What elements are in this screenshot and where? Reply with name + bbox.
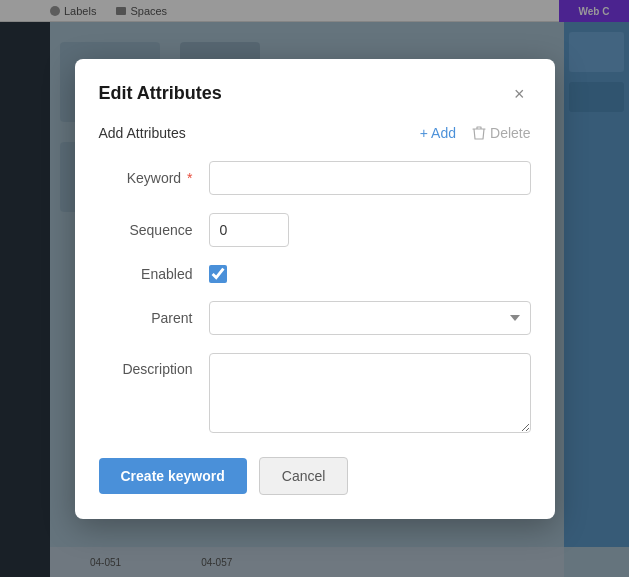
description-row: Description (99, 353, 531, 433)
cancel-button[interactable]: Cancel (259, 457, 349, 495)
modal-title: Edit Attributes (99, 83, 222, 104)
enabled-label: Enabled (99, 266, 209, 282)
keyword-label: Keyword * (99, 170, 209, 186)
create-keyword-button[interactable]: Create keyword (99, 458, 247, 494)
trash-icon (472, 125, 486, 141)
keyword-input[interactable] (209, 161, 531, 195)
sequence-row: Sequence (99, 213, 531, 247)
delete-button[interactable]: Delete (472, 125, 530, 141)
enabled-checkbox[interactable] (209, 265, 227, 283)
parent-label: Parent (99, 310, 209, 326)
enabled-checkbox-wrapper (209, 265, 227, 283)
sequence-input[interactable] (209, 213, 289, 247)
add-attributes-label: Add Attributes (99, 125, 186, 141)
enabled-row: Enabled (99, 265, 531, 283)
add-button[interactable]: + Add (420, 125, 456, 141)
toolbar-actions: + Add Delete (420, 125, 531, 141)
description-input[interactable] (209, 353, 531, 433)
close-button[interactable]: × (508, 83, 531, 105)
keyword-row: Keyword * (99, 161, 531, 195)
modal-overlay: Edit Attributes × Add Attributes + Add D… (0, 0, 629, 577)
parent-select[interactable] (209, 301, 531, 335)
attributes-toolbar: Add Attributes + Add Delete (99, 125, 531, 141)
modal-header: Edit Attributes × (99, 83, 531, 105)
modal-footer: Create keyword Cancel (99, 457, 531, 495)
edit-attributes-modal: Edit Attributes × Add Attributes + Add D… (75, 59, 555, 519)
sequence-label: Sequence (99, 222, 209, 238)
parent-row: Parent (99, 301, 531, 335)
description-label: Description (99, 353, 209, 377)
required-indicator: * (187, 170, 192, 186)
